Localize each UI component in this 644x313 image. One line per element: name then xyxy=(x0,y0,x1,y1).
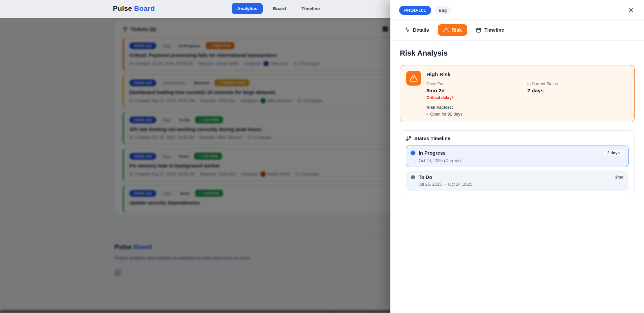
ticket-detail-drawer: PROD-101 Bug Details Risk Timeline Risk … xyxy=(390,0,644,313)
risk-summary-card: High Risk Open For 3mo 2d Critical delay… xyxy=(400,65,635,122)
ticket-type-chip: Bug xyxy=(434,6,451,14)
drawer-content: Risk Analysis High Risk Open For 3mo 2d … xyxy=(390,41,644,204)
drawer-tabs: Details Risk Timeline xyxy=(390,20,644,41)
tab-timeline[interactable]: Timeline xyxy=(471,24,510,36)
timeline-entry: To Do 3mo Jul 26, 2025 → Oct 24, 2025 xyxy=(406,170,629,191)
bullet-dot xyxy=(426,114,428,115)
close-button[interactable] xyxy=(626,6,635,15)
status-dates: Oct 24, 2025 (Current) xyxy=(419,158,623,163)
risk-factor-item: Open for 92 days xyxy=(426,112,628,117)
open-for-label: Open For xyxy=(426,82,527,86)
warning-triangle-icon xyxy=(410,74,418,82)
critical-delay-note: Critical delay! xyxy=(426,95,527,100)
calendar-icon xyxy=(476,27,481,33)
status-dates: Jul 26, 2025 → Oct 24, 2025 xyxy=(419,182,623,187)
close-icon xyxy=(628,7,634,13)
risk-analysis-heading: Risk Analysis xyxy=(400,49,635,58)
status-dot xyxy=(411,151,415,155)
status-timeline-heading: Status Timeline xyxy=(414,136,450,141)
open-for-value: 3mo 2d xyxy=(426,88,527,94)
main-nav: Analytics Board Timeline xyxy=(232,3,325,14)
app-root: Tickets (8) PROD-101 Bug In Progress ⚠ H… xyxy=(0,0,644,313)
nav-analytics[interactable]: Analytics xyxy=(232,3,263,14)
nav-board[interactable]: Board xyxy=(267,3,291,14)
high-risk-icon xyxy=(406,71,421,86)
ticket-id-badge: PROD-101 xyxy=(399,6,431,15)
app-logo: Pulse Board xyxy=(113,4,155,12)
drawer-header: PROD-101 Bug xyxy=(390,0,644,20)
git-branch-icon xyxy=(406,136,411,141)
status-name: In Progress xyxy=(419,150,446,156)
status-timeline-card: Status Timeline In Progress 2 days Oct 2… xyxy=(400,130,635,196)
activity-icon xyxy=(405,27,410,33)
risk-level-label: High Risk xyxy=(426,71,628,77)
duration-badge: 3mo xyxy=(615,175,623,180)
nav-timeline[interactable]: Timeline xyxy=(296,3,325,14)
tab-details[interactable]: Details xyxy=(399,24,434,36)
duration-badge: 2 days xyxy=(604,150,623,156)
tab-risk[interactable]: Risk xyxy=(438,24,468,36)
status-dot xyxy=(411,175,415,179)
current-status-label: In Current Status xyxy=(527,82,629,86)
current-status-value: 2 days xyxy=(527,88,629,94)
risk-factors-label: Risk Factors: xyxy=(426,105,628,110)
status-name: To Do xyxy=(419,175,432,180)
timeline-entry-current: In Progress 2 days Oct 24, 2025 (Current… xyxy=(406,146,629,167)
warning-icon xyxy=(443,27,449,33)
